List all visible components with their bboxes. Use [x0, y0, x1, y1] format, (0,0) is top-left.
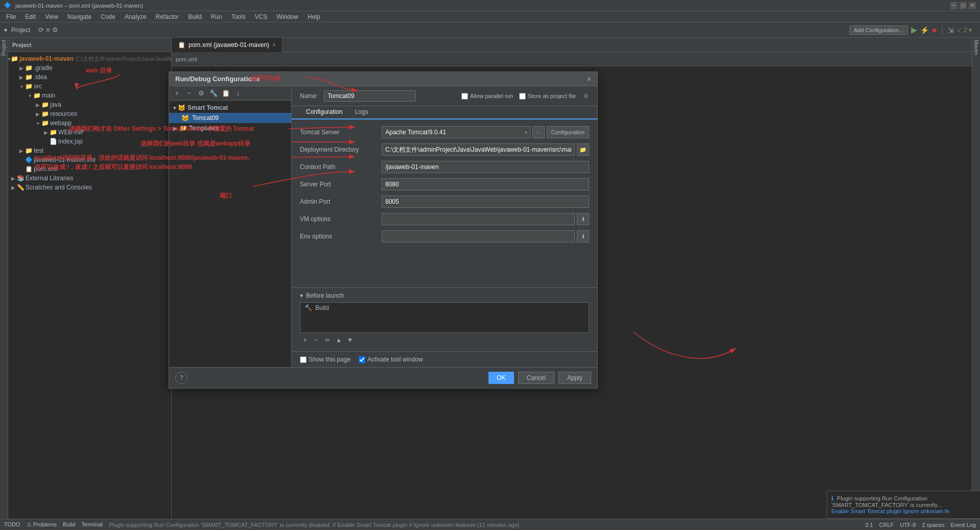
ok-button[interactable]: OK	[488, 372, 514, 384]
crlf-indicator[interactable]: CRLF	[879, 522, 894, 528]
close-button[interactable]: ×	[969, 2, 976, 9]
server-port-input[interactable]	[382, 178, 589, 190]
move-up-launch-button[interactable]: ▲	[334, 335, 344, 345]
menu-tools[interactable]: Tools	[227, 12, 250, 21]
editor-tab-pomxml[interactable]: 📋 pom.xml (javaweb-01-maven) ×	[172, 38, 283, 52]
tree-root[interactable]: ▾ 📁 javaweb-01-maven C:\文档文件\adminProjec…	[8, 54, 171, 63]
vm-options-expand-button[interactable]: ⬇	[577, 213, 589, 225]
menu-navigate[interactable]: Navigate	[63, 12, 96, 21]
project-dropdown[interactable]: ▾	[4, 27, 7, 34]
modal-close-button[interactable]: ×	[587, 75, 591, 83]
menu-file[interactable]: File	[2, 12, 20, 21]
terminal-button[interactable]: Terminal	[82, 521, 103, 528]
edit-launch-button[interactable]: ✏	[322, 335, 333, 345]
project-sidebar-label[interactable]: Project	[1, 40, 7, 56]
tomcat-server-browse-button[interactable]: ···	[532, 126, 545, 138]
line-col-indicator[interactable]: 2:1	[865, 522, 873, 528]
run-button[interactable]: ▶	[911, 25, 917, 35]
tomcat-server-select[interactable]: Apache Tomcat/9.0.41	[382, 126, 530, 138]
allow-parallel-checkbox[interactable]	[461, 93, 468, 100]
store-as-project-checkbox[interactable]	[519, 93, 526, 100]
activate-tool-checkbox-label[interactable]: Activate tool window	[359, 356, 423, 363]
tree-item-webinf[interactable]: ▶ 📁 WEB-INF	[8, 128, 171, 137]
settings-button[interactable]: ⚙	[52, 26, 58, 34]
tree-item-indexjsp[interactable]: 📄 index.jsp	[8, 137, 171, 146]
menu-code[interactable]: Code	[97, 12, 120, 21]
sort-config-icon[interactable]: ↕	[232, 88, 244, 99]
debug-button[interactable]: ⚡	[920, 26, 929, 34]
tab-logs[interactable]: Logs	[348, 106, 374, 119]
spaces-indicator[interactable]: 2 spaces	[922, 522, 944, 528]
copy-config-icon[interactable]: ⚙	[196, 88, 207, 99]
ignore-unknown-link[interactable]: Ignore unknown fe	[903, 508, 949, 514]
todo-button[interactable]: TODO	[4, 521, 20, 528]
deployment-dir-browse-button[interactable]: 📁	[577, 143, 589, 156]
sync-button[interactable]: ⟳	[38, 26, 44, 34]
event-log-button[interactable]: Event Log	[950, 522, 976, 528]
store-as-project-checkbox-label[interactable]: Store as project file	[519, 93, 576, 100]
modal-group-templates[interactable]: ▶ 📁 Templates	[169, 123, 291, 133]
allow-parallel-checkbox-label[interactable]: Allow parallel run	[461, 93, 513, 100]
remove-launch-button[interactable]: −	[311, 335, 321, 345]
admin-port-input[interactable]	[382, 196, 589, 208]
context-path-input[interactable]	[382, 161, 589, 173]
share-config-icon[interactable]: 📋	[220, 88, 231, 99]
remove-config-icon[interactable]: −	[183, 88, 195, 99]
deployment-dir-input[interactable]	[382, 143, 575, 156]
menu-refactor[interactable]: Refactor	[152, 12, 183, 21]
tree-item-idea[interactable]: ▶ 📁 .idea	[8, 73, 171, 82]
env-options-expand-button[interactable]: ⬇	[577, 230, 589, 243]
tab-configuration[interactable]: Configuration	[300, 106, 348, 119]
tree-item-main[interactable]: ▾ 📁 main	[8, 91, 171, 100]
stop-button[interactable]: ■	[932, 26, 936, 34]
add-configuration-button[interactable]: Add Configuration...	[849, 26, 908, 35]
show-this-page-checkbox[interactable]	[300, 356, 307, 363]
build-status-button[interactable]: Build	[63, 521, 75, 528]
tab-close-icon[interactable]: ×	[272, 41, 276, 49]
store-gear-icon[interactable]: ⚙	[582, 92, 589, 100]
menu-run[interactable]: Run	[207, 12, 226, 21]
enable-smart-tomcat-link[interactable]: Enable Smart Tomcat plugin	[831, 508, 901, 514]
tree-item-gradle[interactable]: ▶ 📁 .gradle	[8, 63, 171, 73]
vm-options-input[interactable]	[382, 213, 575, 225]
activate-tool-window-checkbox[interactable]	[359, 356, 365, 363]
help-button[interactable]: ?	[175, 372, 188, 384]
menu-vcs[interactable]: VCS	[251, 12, 272, 21]
tree-item-resources[interactable]: ▶ 📁 resources	[8, 109, 171, 118]
settings-config-icon[interactable]: 🔧	[208, 88, 219, 99]
modal-group-smart-tomcat[interactable]: ▾ 🐱 Smart Tomcat	[169, 103, 291, 113]
modal-item-tomcat09[interactable]: 🐱 Tomcat09	[169, 113, 291, 123]
tree-item-scratches[interactable]: ▶ ✏️ Scratches and Consoles	[8, 183, 171, 192]
maximize-button[interactable]: □	[960, 2, 967, 9]
before-launch-collapse-icon[interactable]: ▾	[300, 292, 303, 299]
menu-window[interactable]: Window	[272, 12, 302, 21]
tree-item-pomxml[interactable]: 📋 pom.xml	[8, 164, 171, 174]
tomcat-configuration-button[interactable]: Configuration	[547, 126, 589, 138]
encoding-indicator[interactable]: UTF-8	[900, 522, 916, 528]
tree-item-java[interactable]: ▶ 📁 java	[8, 100, 171, 109]
collapse-all-button[interactable]: ≡	[46, 26, 50, 34]
cancel-button[interactable]: Cancel	[518, 372, 554, 384]
env-options-input[interactable]	[382, 230, 575, 243]
add-launch-button[interactable]: +	[300, 335, 310, 345]
tree-item-src[interactable]: ▾ 📁 src	[8, 82, 171, 91]
menu-edit[interactable]: Edit	[21, 12, 40, 21]
name-input[interactable]	[324, 90, 416, 102]
maven-sidebar-label[interactable]: Maven	[973, 40, 979, 55]
tree-item-ext-libs[interactable]: ▶ 📚 External Libraries	[8, 174, 171, 183]
menu-view[interactable]: View	[41, 12, 62, 21]
minimize-button[interactable]: −	[950, 2, 958, 9]
menu-analyze[interactable]: Analyze	[121, 12, 151, 21]
tree-item-test[interactable]: ▶ 📁 test	[8, 146, 171, 155]
move-down-launch-button[interactable]: ▼	[345, 335, 355, 345]
menu-help[interactable]: Help	[304, 12, 324, 21]
show-page-checkbox-label[interactable]: Show this page	[300, 356, 351, 363]
scratches-icon: ✏️	[16, 183, 25, 191]
add-config-icon[interactable]: +	[171, 88, 182, 99]
problems-button[interactable]: ⚠ Problems	[27, 521, 57, 528]
menu-build[interactable]: Build	[184, 12, 206, 21]
apply-button[interactable]: Apply	[558, 372, 591, 384]
tree-item-webapp[interactable]: ▾ 📁 webapp	[8, 118, 171, 128]
tree-item-iml[interactable]: 🔷 javaweb-01-maven.iml	[8, 155, 171, 164]
expand-button[interactable]: ⇲	[948, 26, 954, 34]
